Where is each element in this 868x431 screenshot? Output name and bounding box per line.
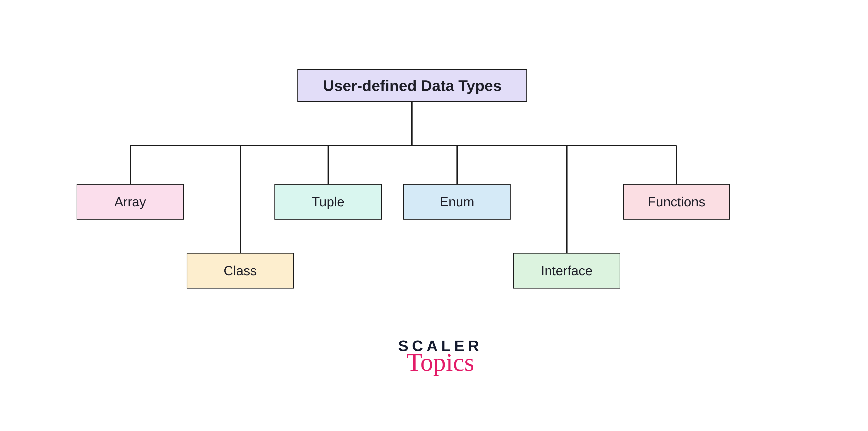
node-label-interface: Interface xyxy=(541,263,592,278)
connector-drop-enum xyxy=(457,146,458,184)
node-functions: Functions xyxy=(623,184,730,220)
node-class: Class xyxy=(187,253,294,288)
node-label-array: Array xyxy=(114,194,146,209)
connector-hbar xyxy=(130,145,677,146)
brand-logo: SCALER Topics xyxy=(374,337,507,375)
node-label-tuple: Tuple xyxy=(312,194,344,209)
connector-drop-class xyxy=(240,146,241,253)
node-label-functions: Functions xyxy=(648,194,705,209)
node-enum: Enum xyxy=(403,184,510,220)
root-node: User-defined Data Types xyxy=(298,69,527,102)
connector-drop-array xyxy=(130,146,131,184)
root-label: User-defined Data Types xyxy=(323,77,501,94)
brand-line2: Topics xyxy=(374,349,507,375)
connector-drop-functions xyxy=(676,146,677,184)
node-tuple: Tuple xyxy=(274,184,382,220)
node-label-enum: Enum xyxy=(440,194,474,209)
node-array: Array xyxy=(76,184,184,220)
connector-trunk xyxy=(411,102,412,146)
node-interface: Interface xyxy=(513,253,620,288)
connector-drop-interface xyxy=(566,146,567,253)
node-label-class: Class xyxy=(224,263,257,278)
connector-drop-tuple xyxy=(328,146,329,184)
